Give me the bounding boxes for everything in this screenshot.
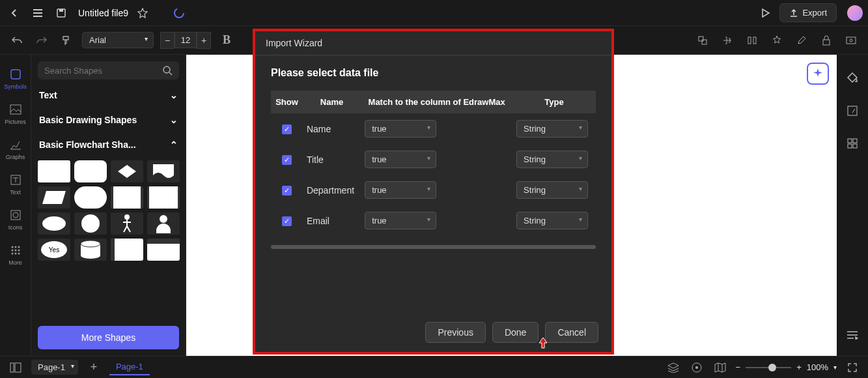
rail-icons[interactable]: Icons [4,207,27,231]
show-checkbox[interactable]: ✓ [282,216,292,226]
shape-parallelogram[interactable] [38,186,70,209]
show-checkbox[interactable]: ✓ [282,124,292,134]
layers-icon[interactable] [665,360,681,375]
category-basic-drawing[interactable]: Basic Drawing Shapes⌄ [38,111,179,129]
zoom-in-icon[interactable]: + [796,362,802,372]
shape-rectangle[interactable] [38,160,70,182]
more-shapes-button[interactable]: More Shapes [38,326,179,349]
fill-tool-icon[interactable] [843,69,861,87]
chevron-down-icon[interactable]: ▾ [833,364,837,371]
svg-rect-34 [853,139,857,143]
shapes-grid: Yes [38,160,179,261]
shape-ellipse[interactable] [38,212,70,235]
map-icon[interactable] [712,360,728,375]
zoom-track[interactable] [746,367,791,368]
redo-button[interactable] [33,31,51,50]
svg-point-20 [18,250,20,252]
user-avatar[interactable] [847,5,863,21]
type-select[interactable]: String [516,212,588,229]
rail-text[interactable]: Text [4,172,27,196]
undo-button[interactable] [8,31,26,50]
menu-icon[interactable] [29,4,47,22]
effects-icon[interactable] [768,31,786,50]
shape-rounded-rect[interactable] [74,160,107,182]
font-size-decrease[interactable]: − [160,32,175,49]
focus-icon[interactable] [689,360,705,375]
show-checkbox[interactable]: ✓ [282,155,292,165]
zoom-thumb[interactable] [768,364,776,371]
search-input[interactable] [44,66,157,76]
shape-card[interactable] [111,239,143,261]
horizontal-scrollbar[interactable] [271,245,596,249]
type-select[interactable]: String [516,151,588,168]
align-icon[interactable] [718,31,736,50]
shape-capsule[interactable] [74,186,107,209]
sparkle-icon [812,68,824,80]
svg-point-25 [42,216,66,231]
shape-diamond[interactable] [111,160,143,182]
table-row: ✓TitletrueString [271,144,596,175]
group-icon[interactable] [693,31,712,50]
type-select[interactable]: String [516,181,588,199]
export-button[interactable]: Export [779,3,837,22]
font-size-increase[interactable]: + [197,32,211,49]
edit-icon[interactable] [792,31,811,50]
ai-sparkle-button[interactable] [807,63,829,85]
shape-subroutine2[interactable] [147,186,180,209]
distribute-icon[interactable] [743,31,761,50]
layout-tool-icon[interactable] [843,102,861,120]
type-select[interactable]: String [516,120,588,138]
shape-circle[interactable] [74,212,107,235]
shape-document[interactable] [147,160,180,182]
previous-button[interactable]: Previous [425,322,485,343]
zoom-out-icon[interactable]: − [736,362,741,372]
rail-pictures[interactable]: Pictures [4,102,27,125]
rail-more[interactable]: More [4,242,27,266]
lock-icon[interactable] [817,31,835,50]
layout-toggle-icon[interactable] [8,360,23,375]
chevron-down-icon: ⌄ [170,115,178,125]
match-select[interactable]: true [365,120,436,138]
match-select[interactable]: true [365,181,436,199]
rail-graphs[interactable]: Graphs [4,137,27,160]
fullscreen-icon[interactable] [845,360,860,375]
preview-icon[interactable] [842,31,860,50]
export-icon [789,8,798,18]
table-row: ✓DepartmenttrueString [271,175,596,205]
spinner-icon [170,4,188,22]
cancel-button[interactable]: Cancel [545,322,598,343]
match-select[interactable]: true [365,212,436,229]
done-button[interactable]: Done [492,322,539,343]
favorite-icon[interactable] [133,4,152,22]
shape-person[interactable] [111,212,143,235]
show-checkbox[interactable]: ✓ [282,186,292,196]
rail-symbols[interactable]: Symbols [4,66,27,90]
zoom-slider[interactable]: − + 100% ▾ [736,362,837,372]
collapse-panel-icon[interactable] [843,326,861,344]
font-size-input[interactable]: 12 [175,32,197,48]
add-page-button[interactable]: + [86,360,102,375]
back-button[interactable] [5,4,23,22]
font-family-select[interactable]: Arial [82,32,154,48]
page-tab[interactable]: Page-1 [109,359,150,375]
shape-cylinder[interactable] [74,239,107,261]
search-shapes[interactable] [38,61,179,80]
text-icon [8,172,23,188]
svg-point-14 [13,212,18,218]
chevron-down-icon: ⌄ [170,90,178,100]
category-basic-flowchart[interactable]: Basic Flowchart Sha...⌃ [38,136,179,154]
match-select[interactable]: true [365,151,436,168]
shape-header[interactable] [147,239,180,261]
category-text[interactable]: Text⌄ [38,86,179,104]
grid-tool-icon[interactable] [843,134,861,153]
bold-button[interactable]: B [217,31,236,50]
shape-yes[interactable]: Yes [38,239,70,261]
play-icon[interactable] [756,4,774,22]
shape-subroutine[interactable] [111,186,143,209]
format-painter-icon[interactable] [57,31,76,50]
shape-user[interactable] [147,212,180,235]
save-icon[interactable] [52,4,70,22]
svg-point-24 [163,66,170,73]
page-select[interactable]: Page-1 [31,360,78,375]
svg-point-16 [14,246,16,248]
